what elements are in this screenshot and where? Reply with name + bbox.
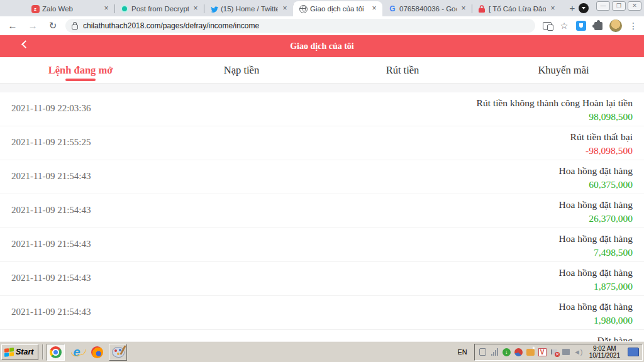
table-row[interactable]: Đặt hàng bbox=[0, 330, 644, 341]
clipboard-tray-icon[interactable] bbox=[478, 348, 487, 357]
transaction-description: Hoa hồng đặt hàng bbox=[558, 232, 633, 246]
new-tab-button[interactable]: + bbox=[565, 1, 580, 16]
transaction-amount: 7,498,500 bbox=[558, 246, 633, 260]
windows-logo-icon bbox=[4, 348, 14, 357]
table-row[interactable]: 2021-11-09 21:55:25 Rút tiền thất bại -9… bbox=[0, 126, 644, 160]
transaction-description: Rút tiền thất bại bbox=[570, 130, 633, 144]
list-gap bbox=[0, 84, 644, 92]
transaction-description: Rút tiền không thành công Hoàn lại tiền bbox=[477, 96, 633, 110]
transaction-date: 2021-11-09 21:54:43 bbox=[11, 307, 91, 317]
page-title: Giao dịch của tôi bbox=[290, 41, 354, 52]
browser-menu-icon[interactable]: ⋮ bbox=[628, 20, 639, 31]
restore-button[interactable]: ❐ bbox=[612, 1, 626, 11]
browser-tab-twitter[interactable]: (15) Home / Twitter × bbox=[204, 1, 293, 16]
antivirus-tray-icon[interactable] bbox=[514, 348, 523, 357]
page-header: Giao dịch của tôi bbox=[0, 35, 644, 57]
tab-title: [ Tố Cáo Lừa Đảo ] Lên Tr bbox=[489, 5, 546, 13]
bookmark-star-icon[interactable]: ☆ bbox=[558, 20, 570, 31]
transaction-amount: -98,098,500 bbox=[570, 144, 633, 158]
volume-icon[interactable]: ◄) bbox=[574, 348, 583, 357]
google-favicon: G bbox=[388, 4, 397, 13]
page-tab-bar: Lệnh đang mở Nạp tiền Rút tiền Khuyến mã… bbox=[0, 57, 644, 84]
red-lock-favicon bbox=[477, 4, 486, 13]
tab-nap-tien[interactable]: Nạp tiền bbox=[161, 57, 322, 83]
language-indicator[interactable]: EN bbox=[453, 346, 471, 358]
start-label: Start bbox=[16, 348, 33, 356]
tab-close-icon[interactable]: × bbox=[548, 4, 557, 13]
network-signal-icon[interactable] bbox=[490, 348, 499, 357]
windows-update-icon[interactable] bbox=[562, 348, 571, 357]
start-button[interactable]: Start bbox=[1, 344, 38, 360]
transaction-date: 2021-11-09 21:54:43 bbox=[11, 205, 91, 216]
table-row[interactable]: 2021-11-09 21:54:43 Hoa hồng đặt hàng 1,… bbox=[0, 262, 644, 296]
security-alert-icon[interactable] bbox=[550, 348, 559, 357]
secure-lock-icon bbox=[72, 25, 78, 30]
transaction-amount: 98,098,500 bbox=[477, 110, 633, 124]
browser-tab-giao-dich[interactable]: Giao dịch của tôi × bbox=[293, 1, 382, 16]
transaction-date: 2021-11-09 21:55:25 bbox=[11, 137, 91, 148]
tab-title: Post from Decrypt | Lunar bbox=[131, 5, 189, 13]
tab-lenh-dang-mo[interactable]: Lệnh đang mở bbox=[0, 57, 161, 83]
decrypt-favicon bbox=[120, 4, 129, 13]
tab-title: (15) Home / Twitter bbox=[221, 5, 278, 13]
back-chevron-icon[interactable] bbox=[21, 40, 30, 48]
table-row[interactable]: 2021-11-09 21:54:43 Hoa hồng đặt hàng 60… bbox=[0, 160, 644, 194]
extension-blue-icon[interactable] bbox=[575, 20, 587, 31]
tab-rut-tien[interactable]: Rút tiền bbox=[322, 57, 483, 83]
tab-search-icon[interactable] bbox=[579, 3, 589, 13]
table-row[interactable]: 2021-11-09 21:54:43 Hoa hồng đặt hàng 1,… bbox=[0, 296, 644, 330]
browser-tab-to-cao[interactable]: [ Tố Cáo Lừa Đảo ] Lên Tr × bbox=[472, 1, 561, 16]
orange-app-tray-icon[interactable] bbox=[526, 348, 535, 357]
tab-close-icon[interactable]: × bbox=[280, 4, 289, 13]
clock-time: 9:02 AM bbox=[589, 345, 620, 353]
transaction-amount: 60,375,000 bbox=[558, 178, 633, 192]
tab-title: Giao dịch của tôi bbox=[310, 5, 367, 13]
tab-khuyen-mai[interactable]: Khuyến mãi bbox=[483, 57, 644, 83]
taskbar-divider bbox=[42, 344, 43, 359]
back-icon[interactable]: ← bbox=[5, 18, 20, 33]
zalo-favicon: z bbox=[31, 4, 40, 13]
table-row[interactable]: 2021-11-09 21:54:43 Hoa hồng đặt hàng 7,… bbox=[0, 228, 644, 262]
transaction-description: Hoa hồng đặt hàng bbox=[558, 300, 633, 314]
extensions-puzzle-icon[interactable] bbox=[592, 20, 604, 31]
transaction-amount: 1,875,000 bbox=[558, 280, 633, 293]
firefox-icon[interactable] bbox=[88, 344, 106, 361]
unikey-tray-icon[interactable]: V bbox=[538, 348, 547, 357]
tab-close-icon[interactable]: × bbox=[191, 4, 200, 13]
browser-toolbar: ← → ↻ chilathuthach2018.com/pages/defray… bbox=[0, 16, 644, 35]
close-button[interactable]: ✕ bbox=[628, 1, 641, 11]
browser-tab-google[interactable]: G 0765840036 - Google Tìm × bbox=[382, 1, 472, 16]
paint-icon[interactable] bbox=[109, 344, 127, 361]
reload-icon[interactable]: ↻ bbox=[45, 18, 60, 33]
show-desktop-icon[interactable] bbox=[628, 348, 639, 356]
twitter-favicon bbox=[209, 4, 218, 13]
transaction-date: 2021-11-09 22:03:36 bbox=[11, 103, 91, 114]
page-content: Giao dịch của tôi Lệnh đang mở Nạp tiền … bbox=[0, 35, 644, 341]
tab-title: Zalo Web bbox=[42, 5, 99, 13]
minimize-button[interactable]: — bbox=[596, 1, 610, 11]
chrome-icon[interactable] bbox=[47, 344, 65, 361]
url-text[interactable]: chilathuthach2018.com/pages/defray/incom… bbox=[83, 21, 259, 30]
transaction-description: Hoa hồng đặt hàng bbox=[558, 198, 633, 212]
browser-tabstrip: z Zalo Web × Post from Decrypt | Lunar ×… bbox=[0, 0, 644, 16]
browser-tab-decrypt[interactable]: Post from Decrypt | Lunar × bbox=[114, 1, 204, 16]
table-row[interactable]: 2021-11-09 21:54:43 Hoa hồng đặt hàng 26… bbox=[0, 194, 644, 228]
forward-icon[interactable]: → bbox=[25, 18, 40, 33]
transaction-description: Hoa hồng đặt hàng bbox=[558, 266, 633, 280]
translate-icon[interactable] bbox=[541, 20, 553, 31]
browser-tab-zalo[interactable]: z Zalo Web × bbox=[25, 1, 114, 16]
transaction-amount: 1,980,000 bbox=[558, 314, 633, 327]
clock[interactable]: 9:02 AM 10/11/2021 bbox=[586, 345, 624, 359]
tab-close-icon[interactable]: × bbox=[459, 4, 468, 13]
idm-tray-icon[interactable]: ↓ bbox=[502, 348, 511, 357]
globe-favicon bbox=[299, 4, 308, 13]
internet-explorer-icon[interactable]: e bbox=[67, 344, 86, 361]
transaction-description: Hoa hồng đặt hàng bbox=[558, 164, 633, 178]
system-tray: ↓ V ◄) 9:02 AM 10/11/2021 bbox=[474, 344, 643, 361]
tab-close-icon[interactable]: × bbox=[370, 4, 379, 13]
tab-close-icon[interactable]: × bbox=[102, 4, 111, 13]
clock-date: 10/11/2021 bbox=[589, 352, 620, 359]
address-bar[interactable]: chilathuthach2018.com/pages/defray/incom… bbox=[65, 19, 535, 33]
profile-avatar[interactable] bbox=[609, 19, 622, 32]
table-row[interactable]: 2021-11-09 22:03:36 Rút tiền không thành… bbox=[0, 92, 644, 126]
